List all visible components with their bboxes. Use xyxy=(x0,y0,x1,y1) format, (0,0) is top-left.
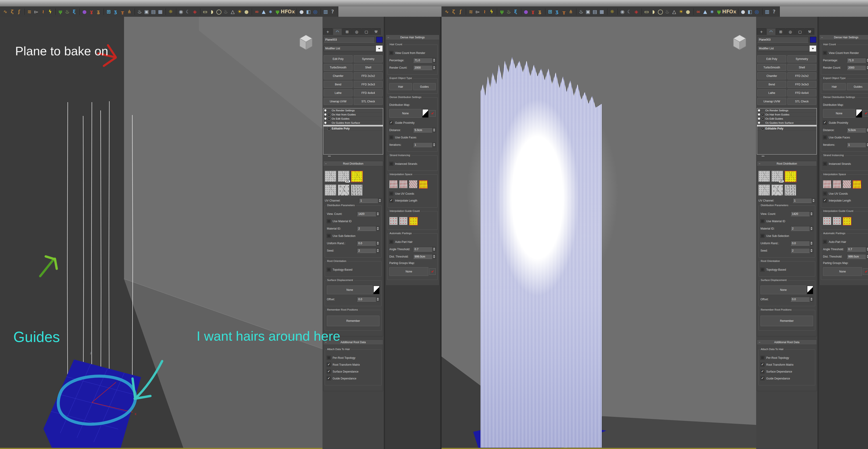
visibility-bulb-icon[interactable] xyxy=(324,118,327,120)
light-lister-icon[interactable]: ☼ xyxy=(167,7,174,16)
expand-icon[interactable] xyxy=(328,127,331,130)
view-count-field[interactable]: 1420 xyxy=(357,212,376,216)
offset-field[interactable]: 0.0 xyxy=(790,297,810,301)
toolbar-separator[interactable] xyxy=(762,8,762,15)
expand-icon[interactable] xyxy=(761,127,764,130)
spinner[interactable] xyxy=(866,128,868,132)
rect-light-icon[interactable]: ▭ xyxy=(643,7,650,16)
viewport-guides[interactable]: Z Y x xyxy=(0,17,322,449)
script-transfer-icon[interactable]: ▥ xyxy=(322,7,329,16)
interpolation-space-swatch[interactable] xyxy=(843,180,851,188)
visibility-bulb-icon[interactable] xyxy=(324,114,327,116)
stack-selection-strip[interactable] xyxy=(757,125,816,127)
tab-hierarchy[interactable]: ⊞ xyxy=(342,28,352,35)
parting-groups-map-button[interactable]: None xyxy=(389,267,428,276)
object-name-field[interactable]: Plane003 xyxy=(757,37,808,43)
spinner[interactable] xyxy=(866,247,868,252)
attach-data-checkbox[interactable]: Root Transform Matrix xyxy=(761,363,813,366)
modifier-button[interactable]: Edit Poly xyxy=(757,55,786,62)
cone-light-icon[interactable]: △ xyxy=(229,7,236,16)
spinner[interactable] xyxy=(866,142,868,147)
toolbar-separator[interactable] xyxy=(320,8,321,15)
ox-select-roots-icon[interactable]: ▻ xyxy=(474,7,481,16)
material-editor-icon[interactable]: ◧ xyxy=(305,7,312,16)
guide-count-swatch[interactable] xyxy=(399,217,407,225)
rollout-header[interactable]: Dense Hair Settings xyxy=(386,35,439,40)
use-material-id-checkbox[interactable]: Use Material ID xyxy=(327,219,379,223)
expand-icon[interactable] xyxy=(761,113,764,116)
auto-part-hair-checkbox[interactable]: Auto-Part Hair xyxy=(823,240,868,244)
rollout-header[interactable]: Additional Root Data xyxy=(757,340,816,345)
instanced-strands-checkbox[interactable]: Instanced Strands xyxy=(389,162,436,166)
toolbar-separator[interactable] xyxy=(296,8,297,15)
ambient-light-icon[interactable]: ● xyxy=(684,7,691,16)
modifier-button[interactable]: Symmetry xyxy=(354,55,383,62)
map-enable-icon[interactable] xyxy=(429,110,436,117)
material-id-field[interactable]: 2 xyxy=(357,226,376,231)
tab-modify[interactable]: ◠ xyxy=(767,28,776,35)
map-swatch-icon[interactable] xyxy=(423,109,428,118)
toolbar-separator[interactable] xyxy=(251,8,252,15)
rollout-header[interactable]: Root Distribution xyxy=(757,161,816,166)
distribution-method-swatch[interactable] xyxy=(338,185,349,196)
spinner[interactable] xyxy=(810,241,813,246)
ox-hair-wave-icon[interactable]: ∿ xyxy=(2,7,9,16)
toolbar-separator[interactable] xyxy=(199,8,200,15)
rollout-header[interactable]: Additional Root Data xyxy=(323,340,383,345)
spinner[interactable] xyxy=(866,58,868,63)
guide-count-swatch[interactable] xyxy=(389,217,398,225)
distribution-method-swatch[interactable] xyxy=(785,185,796,196)
toolbar-separator[interactable] xyxy=(24,8,25,15)
viewcube[interactable] xyxy=(732,34,747,51)
visibility-bulb-icon[interactable] xyxy=(758,109,760,111)
molecule-icon[interactable]: ∞ xyxy=(253,7,260,16)
spinner[interactable] xyxy=(810,212,813,216)
export-guides-button[interactable]: Guides xyxy=(413,83,436,90)
spinner[interactable] xyxy=(376,212,379,216)
viewport-dense-hair[interactable] xyxy=(441,17,756,449)
ox-coil-icon[interactable]: ʒ xyxy=(554,7,560,16)
toolbar-separator[interactable] xyxy=(576,8,576,15)
modifier-button[interactable]: Symmetry xyxy=(787,55,816,62)
tab-create[interactable]: + xyxy=(323,28,332,35)
guide-proximity-checkbox[interactable]: Guide Proximity xyxy=(389,121,436,125)
toolbar-separator[interactable] xyxy=(55,8,56,15)
tab-display[interactable]: ▢ xyxy=(362,28,371,35)
modifier-button[interactable]: FFD 3x3x3 xyxy=(787,81,816,88)
modifier-button[interactable]: STL Check xyxy=(787,98,816,105)
grass-icon[interactable]: ψ xyxy=(274,7,281,16)
ox-hair-part-icon[interactable]: ʃ xyxy=(457,7,464,16)
modifier-button[interactable]: Unwrap UVW xyxy=(323,98,352,105)
spinner[interactable] xyxy=(810,226,813,231)
toolbar-separator[interactable] xyxy=(176,8,176,15)
tab-utilities[interactable]: ⚒ xyxy=(805,28,814,35)
show-end-result-icon[interactable] xyxy=(762,156,765,156)
chevron-down-icon[interactable] xyxy=(376,45,383,52)
uv-channel-field[interactable]: 1 xyxy=(359,198,378,203)
topology-based-checkbox[interactable]: Topology-Based xyxy=(761,268,813,271)
toolbar-separator[interactable] xyxy=(617,8,618,15)
ox-select-roots-icon[interactable]: ▻ xyxy=(33,7,40,16)
stereo-camera-icon[interactable]: ◈ xyxy=(633,7,640,16)
interpolation-space-swatch[interactable] xyxy=(852,180,861,189)
render-dialog-icon[interactable]: ▦ xyxy=(598,7,605,16)
toolbar-separator[interactable] xyxy=(465,8,466,15)
ox-brush-icon[interactable]: ≀ xyxy=(40,7,46,16)
spinner[interactable] xyxy=(433,128,436,132)
spinner[interactable] xyxy=(433,142,436,147)
guide-count-swatch[interactable] xyxy=(823,217,831,225)
use-guide-faces-checkbox[interactable]: Use Guide Faces xyxy=(823,135,868,139)
toolbar-separator[interactable] xyxy=(79,8,80,15)
sun-light-icon[interactable]: ☀ xyxy=(236,7,243,16)
ox-hair-curl-icon[interactable]: ζ xyxy=(9,7,16,16)
distribution-method-swatch[interactable] xyxy=(351,185,363,196)
visibility-bulb-icon[interactable] xyxy=(324,122,327,124)
attach-data-checkbox[interactable]: Guide Dependance xyxy=(761,377,813,380)
spinner[interactable] xyxy=(376,297,379,301)
tab-motion[interactable]: ◎ xyxy=(352,28,361,35)
toolbar-separator[interactable] xyxy=(545,8,545,15)
export-hair-button[interactable]: Hair xyxy=(389,83,412,90)
rollout-header[interactable]: Root Distribution xyxy=(323,161,383,166)
ox-comb-icon[interactable]: ≋ xyxy=(467,7,474,16)
modifier-stack-item[interactable]: Ox Guides from Surface xyxy=(323,121,383,125)
